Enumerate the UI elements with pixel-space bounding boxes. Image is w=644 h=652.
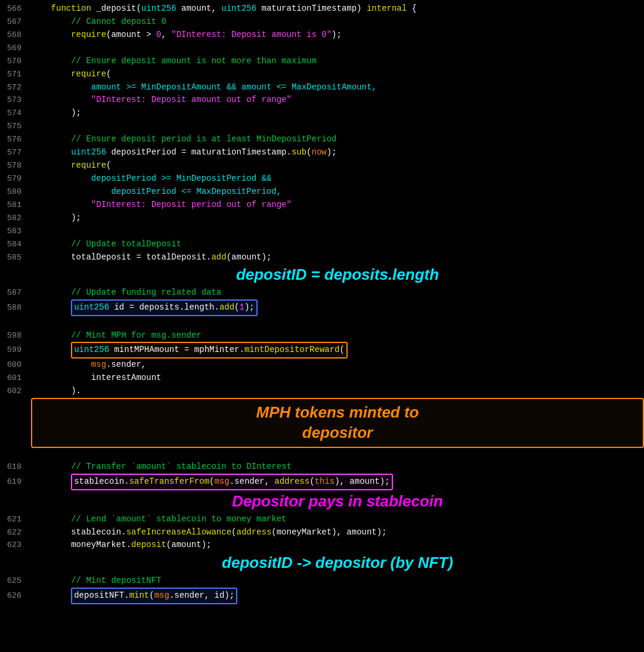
code-line: 572 amount >= MinDepositAmount && amount… <box>0 81 644 94</box>
code-line: 568 require(amount > 0, "DInterest: Depo… <box>0 29 644 42</box>
line-code: uint256 depositPeriod = maturationTimest… <box>31 146 644 159</box>
line-number: 619 <box>0 476 31 489</box>
line-code: interestAmount <box>31 372 644 385</box>
code-line: 567 // Cannot deposit 0 <box>0 16 644 29</box>
line-code: function _deposit(uint256 amount, uint25… <box>31 2 644 16</box>
annotation-line: MPH tokens minted todepositor <box>0 398 644 448</box>
annotation-line: 624depositID -> depositor (by NFT) <box>0 552 644 574</box>
annotation-line: 620Depositor pays in stablecoin <box>0 490 644 513</box>
empty-line: 575 <box>0 120 644 133</box>
code-line: 622 stablecoin.safeIncreaseAllowance(add… <box>0 526 644 539</box>
line-code <box>31 42 644 55</box>
line-code: // Mint MPH for msg.sender <box>31 329 644 342</box>
line-number: 584 <box>0 239 31 251</box>
code-line: 601 interestAmount <box>0 372 644 385</box>
line-number: 625 <box>0 575 31 588</box>
empty-line: 583 <box>0 225 644 238</box>
code-line: 619 stablecoin.safeTransferFrom(msg.send… <box>0 474 644 490</box>
annotation-text: depositID = deposits.length <box>31 264 644 286</box>
line-code: depositNFT.mint(msg.sender, id); <box>31 588 644 604</box>
code-line: 574 ); <box>0 107 644 120</box>
code-line: 623 moneyMarket.deposit(amount); <box>0 539 644 552</box>
line-code: ); <box>31 107 644 120</box>
line-code: uint256 mintMPHAmount = mphMinter.mintDe… <box>31 342 644 359</box>
line-code: totalDeposit = totalDeposit.add(amount); <box>31 251 644 264</box>
line-code: stablecoin.safeTransferFrom(msg.sender, … <box>31 474 644 490</box>
code-line: 578 require( <box>0 159 644 172</box>
code-line: 600 msg.sender, <box>0 359 644 372</box>
line-number: 601 <box>0 372 31 385</box>
code-line: 598 // Mint MPH for msg.sender <box>0 329 644 342</box>
line-code: // Update funding related data <box>31 286 644 299</box>
line-code: ); <box>31 212 644 225</box>
line-code: msg.sender, <box>31 359 644 372</box>
annotation-text: MPH tokens minted todepositor <box>31 398 644 448</box>
line-code: // Mint depositNFT <box>31 574 644 588</box>
line-number: 618 <box>0 461 31 474</box>
annotation-line: 586depositID = deposits.length <box>0 264 644 286</box>
line-code: require(amount > 0, "DInterest: Deposit … <box>31 29 644 42</box>
code-line: 599 uint256 mintMPHAmount = mphMinter.mi… <box>0 342 644 359</box>
code-line: 626 depositNFT.mint(msg.sender, id); <box>0 588 644 604</box>
line-number: 626 <box>0 590 31 602</box>
line-code: // Cannot deposit 0 <box>31 16 644 29</box>
code-line: 580 depositPeriod <= MaxDepositPeriod, <box>0 186 644 199</box>
line-number: 598 <box>0 330 31 342</box>
line-number: 578 <box>0 160 31 172</box>
line-number: 585 <box>0 252 31 264</box>
code-line: 585 totalDeposit = totalDeposit.add(amou… <box>0 251 644 264</box>
code-line: 581 "DInterest: Deposit period out of ra… <box>0 199 644 212</box>
line-number: 566 <box>0 3 31 16</box>
line-number: 576 <box>0 134 31 146</box>
line-number: 575 <box>0 120 31 133</box>
line-number: 574 <box>0 107 31 120</box>
code-line: 570 // Ensure deposit amount is not more… <box>0 55 644 68</box>
line-number: 622 <box>0 527 31 539</box>
line-code: depositPeriod >= MinDepositPeriod && <box>31 172 644 186</box>
line-number: 588 <box>0 302 31 314</box>
line-number: 581 <box>0 199 31 212</box>
line-number: 582 <box>0 212 31 225</box>
code-line: 579 depositPeriod >= MinDepositPeriod && <box>0 172 644 186</box>
annotation-text: Depositor pays in stablecoin <box>31 490 644 513</box>
line-number: 583 <box>0 225 31 238</box>
code-line: 587 // Update funding related data <box>0 286 644 299</box>
annotation-text: depositID -> depositor (by NFT) <box>31 552 644 574</box>
empty-line <box>0 316 644 329</box>
code-line: 618 // Transfer `amount` stablecoin to D… <box>0 461 644 474</box>
empty-line: 569 <box>0 42 644 55</box>
line-code: amount >= MinDepositAmount && amount <= … <box>31 81 644 94</box>
line-code: require( <box>31 68 644 81</box>
line-number: 569 <box>0 42 31 55</box>
line-number: 567 <box>0 16 31 29</box>
line-code: // Transfer `amount` stablecoin to DInte… <box>31 461 644 474</box>
line-code: "DInterest: Deposit amount out of range" <box>31 94 644 107</box>
line-code: uint256 id = deposits.length.add(1); <box>31 299 644 316</box>
code-viewer: 566 function _deposit(uint256 amount, ui… <box>0 0 644 607</box>
line-number: 577 <box>0 147 31 159</box>
code-line: 566 function _deposit(uint256 amount, ui… <box>0 2 644 16</box>
line-code <box>31 120 644 133</box>
line-number: 621 <box>0 514 31 526</box>
code-line: 582 ); <box>0 212 644 225</box>
line-code: // Lend `amount` stablecoin to money mar… <box>31 513 644 526</box>
line-number: 599 <box>0 344 31 357</box>
line-code <box>31 225 644 238</box>
line-number: 587 <box>0 287 31 299</box>
code-line: 573 "DInterest: Deposit amount out of ra… <box>0 94 644 107</box>
empty-line <box>0 448 644 461</box>
line-number: 572 <box>0 82 31 94</box>
line-number: 570 <box>0 55 31 68</box>
line-code: require( <box>31 159 644 172</box>
line-code: stablecoin.safeIncreaseAllowance(address… <box>31 526 644 539</box>
line-number: 571 <box>0 69 31 81</box>
line-code: // Ensure deposit period is at least Min… <box>31 133 644 146</box>
line-code: ). <box>31 385 644 398</box>
code-line: 621 // Lend `amount` stablecoin to money… <box>0 513 644 526</box>
line-code <box>31 316 644 329</box>
line-number: 600 <box>0 359 31 372</box>
line-code: "DInterest: Deposit period out of range" <box>31 199 644 212</box>
code-line: 625 // Mint depositNFT <box>0 574 644 588</box>
code-line: 602 ). <box>0 385 644 398</box>
line-code: depositPeriod <= MaxDepositPeriod, <box>31 186 644 199</box>
